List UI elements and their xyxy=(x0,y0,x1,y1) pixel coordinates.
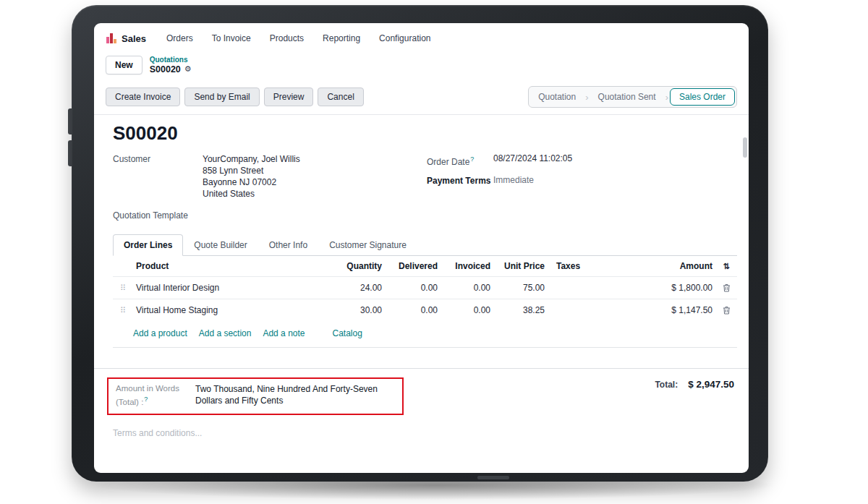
payment-terms-field[interactable]: Immediate xyxy=(493,175,737,185)
tablet-frame: Sales Orders To Invoice Products Reporti… xyxy=(72,5,768,482)
cell-delivered[interactable]: 0.00 xyxy=(385,277,441,299)
table-row: ⠿ Virtual Interior Design 24.00 0.00 0.0… xyxy=(113,276,737,299)
new-button[interactable]: New xyxy=(106,56,142,74)
col-header-quantity[interactable]: Quantity xyxy=(321,256,385,276)
quotation-template-label: Quotation Template xyxy=(113,210,203,221)
control-panel: Create Invoice Send by Email Preview Can… xyxy=(94,81,749,115)
optional-columns-icon[interactable]: ⇅ xyxy=(715,257,737,276)
add-a-note-link[interactable]: Add a note xyxy=(263,328,305,338)
stage-quotation[interactable]: Quotation xyxy=(529,87,585,106)
order-date-label: Order Date? xyxy=(427,153,493,168)
cell-taxes[interactable] xyxy=(548,282,649,294)
page-root: Sales Orders To Invoice Products Reporti… xyxy=(0,0,868,504)
totals-section: Amount in Words (Total) :? Two Thousand,… xyxy=(113,377,737,415)
left-field-column: Customer YourCompany, Joel Willis 858 Ly… xyxy=(113,153,427,221)
table-row: ⠿ Virtual Home Staging 30.00 0.00 0.00 3… xyxy=(113,299,737,321)
tab-quote-builder[interactable]: Quote Builder xyxy=(183,234,258,256)
col-header-invoiced[interactable]: Invoiced xyxy=(441,256,493,276)
delete-row-icon[interactable] xyxy=(715,300,737,320)
status-pipeline: Quotation › Quotation Sent › Sales Order xyxy=(528,86,737,108)
stage-sales-order[interactable]: Sales Order xyxy=(670,88,735,106)
order-date-field[interactable]: 08/27/2024 11:02:05 xyxy=(493,153,737,163)
customer-address-line: 858 Lynn Street xyxy=(203,165,427,176)
nav-item-products[interactable]: Products xyxy=(263,29,311,48)
col-header-amount[interactable]: Amount xyxy=(649,256,715,276)
cell-product[interactable]: Virtual Home Staging xyxy=(133,299,321,321)
nav-item-to-invoice[interactable]: To Invoice xyxy=(205,29,258,48)
tab-customer-signature[interactable]: Customer Signature xyxy=(318,234,417,256)
form-sheet: S00020 Customer YourCompany, Joel Willis… xyxy=(94,115,749,438)
help-icon: ? xyxy=(144,396,148,403)
sales-app-icon[interactable] xyxy=(106,33,117,44)
customer-address-line: United States xyxy=(203,188,427,200)
create-invoice-button[interactable]: Create Invoice xyxy=(106,87,180,106)
add-a-product-link[interactable]: Add a product xyxy=(133,328,187,338)
notebook-tabs: Order Lines Quote Builder Other Info Cus… xyxy=(113,234,737,256)
app-window: Sales Orders To Invoice Products Reporti… xyxy=(94,23,749,473)
cell-quantity[interactable]: 30.00 xyxy=(321,299,385,321)
tab-order-lines[interactable]: Order Lines xyxy=(113,234,183,256)
nav-item-orders[interactable]: Orders xyxy=(159,29,200,48)
order-total: Total: $ 2,947.50 xyxy=(655,379,737,390)
drag-handle-icon[interactable]: ⠿ xyxy=(113,300,133,321)
table-footer-links: Add a product Add a section Add a note C… xyxy=(113,321,737,348)
cell-invoiced[interactable]: 0.00 xyxy=(441,277,493,299)
cell-amount: $ 1,800.00 xyxy=(649,277,715,299)
help-icon: ? xyxy=(470,155,474,163)
main-navbar: Sales Orders To Invoice Products Reporti… xyxy=(94,23,749,54)
drag-handle-icon[interactable]: ⠿ xyxy=(113,278,133,299)
stage-quotation-sent[interactable]: Quotation Sent xyxy=(589,87,665,106)
catalog-link[interactable]: Catalog xyxy=(333,328,362,338)
cell-unit-price[interactable]: 75.00 xyxy=(493,277,548,299)
cell-delivered[interactable]: 0.00 xyxy=(385,299,441,321)
nav-item-configuration[interactable]: Configuration xyxy=(372,29,438,48)
nav-item-reporting[interactable]: Reporting xyxy=(315,29,367,48)
tab-other-info[interactable]: Other Info xyxy=(258,234,318,256)
customer-link[interactable]: YourCompany, Joel Willis xyxy=(203,153,427,165)
record-title: S00020 xyxy=(113,122,737,145)
terms-and-conditions-input[interactable]: Terms and conditions... xyxy=(113,428,737,438)
cell-quantity[interactable]: 24.00 xyxy=(321,277,385,299)
col-header-product[interactable]: Product xyxy=(133,256,321,276)
right-field-column: Order Date? 08/27/2024 11:02:05 Payment … xyxy=(427,153,737,187)
cell-unit-price[interactable]: 38.25 xyxy=(493,299,548,321)
order-lines-table: Product Quantity Delivered Invoiced Unit… xyxy=(113,256,737,348)
breadcrumb: New Quotations S00020 ⚙ xyxy=(94,54,749,81)
amount-in-words-label: Amount in Words (Total) :? xyxy=(116,383,188,408)
customer-address-line: Bayonne NJ 07002 xyxy=(203,176,427,188)
preview-button[interactable]: Preview xyxy=(264,87,314,106)
col-header-delivered[interactable]: Delivered xyxy=(385,256,441,276)
delete-row-icon[interactable] xyxy=(715,278,737,298)
payment-terms-label: Payment Terms xyxy=(427,175,493,187)
totals-divider xyxy=(94,368,749,369)
cancel-button[interactable]: Cancel xyxy=(318,87,363,106)
breadcrumb-parent-quotations[interactable]: Quotations xyxy=(150,56,192,64)
cell-invoiced[interactable]: 0.00 xyxy=(441,299,493,321)
cell-amount: $ 1,147.50 xyxy=(649,299,715,321)
app-name[interactable]: Sales xyxy=(122,33,146,44)
total-label: Total: xyxy=(655,380,678,390)
send-by-email-button[interactable]: Send by Email xyxy=(184,87,259,106)
vertical-scrollbar[interactable] xyxy=(743,137,747,158)
gear-icon[interactable]: ⚙ xyxy=(184,64,192,74)
customer-label: Customer xyxy=(113,153,203,165)
amount-in-words-value: Two Thousand, Nine Hundred And Forty-Sev… xyxy=(195,383,395,408)
table-header-row: Product Quantity Delivered Invoiced Unit… xyxy=(113,256,737,276)
amount-in-words-highlight-box: Amount in Words (Total) :? Two Thousand,… xyxy=(107,377,404,415)
breadcrumb-current-record: S00020 xyxy=(150,64,181,74)
add-a-section-link[interactable]: Add a section xyxy=(199,328,252,338)
col-header-taxes[interactable]: Taxes xyxy=(548,256,649,276)
cell-taxes[interactable] xyxy=(548,304,649,316)
cell-product[interactable]: Virtual Interior Design xyxy=(133,277,321,299)
col-header-unit-price[interactable]: Unit Price xyxy=(493,256,548,276)
chevron-right-icon: › xyxy=(665,93,668,102)
total-value: $ 2,947.50 xyxy=(688,379,734,390)
tablet-charging-port xyxy=(477,476,509,479)
